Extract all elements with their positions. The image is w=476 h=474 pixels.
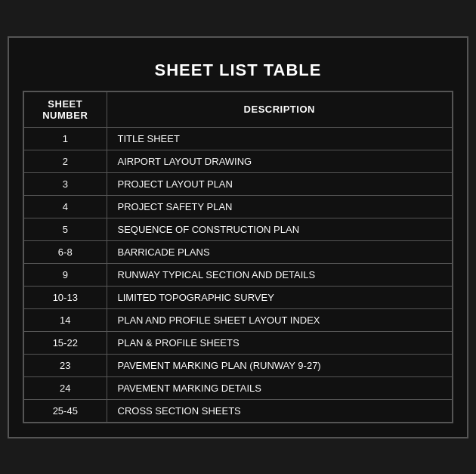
sheet-number-cell: 4 (23, 195, 107, 218)
description-cell: SEQUENCE OF CONSTRUCTION PLAN (107, 218, 453, 240)
table-row: 1TITLE SHEET (23, 127, 453, 150)
sheet-number-cell: 3 (23, 172, 107, 195)
table-row: 25-45CROSS SECTION SHEETS (23, 399, 453, 423)
sheet-number-cell: 14 (23, 308, 107, 331)
description-cell: PROJECT LAYOUT PLAN (107, 172, 453, 195)
description-cell: PLAN AND PROFILE SHEET LAYOUT INDEX (107, 308, 453, 331)
sheet-list-container: SHEET LIST TABLE SHEET NUMBER DESCRIPTIO… (8, 36, 468, 438)
col-header-sheet-number: SHEET NUMBER (23, 91, 107, 128)
description-cell: BARRICADE PLANS (107, 240, 453, 263)
sheet-number-cell: 10-13 (23, 286, 107, 308)
table-row: 3PROJECT LAYOUT PLAN (23, 172, 453, 195)
description-cell: PROJECT SAFETY PLAN (107, 195, 453, 218)
col-header-description: DESCRIPTION (107, 91, 453, 128)
description-cell: CROSS SECTION SHEETS (107, 399, 453, 423)
table-title: SHEET LIST TABLE (23, 51, 453, 91)
table-row: 24PAVEMENT MARKING DETAILS (23, 376, 453, 399)
description-cell: PLAN & PROFILE SHEETS (107, 331, 453, 354)
sheet-number-cell: 1 (23, 127, 107, 150)
table-row: 23PAVEMENT MARKING PLAN (RUNWAY 9-27) (23, 354, 453, 376)
sheet-number-cell: 25-45 (23, 399, 107, 423)
table-row: 6-8BARRICADE PLANS (23, 240, 453, 263)
sheet-number-cell: 9 (23, 263, 107, 286)
table-row: 4PROJECT SAFETY PLAN (23, 195, 453, 218)
table-row: 5SEQUENCE OF CONSTRUCTION PLAN (23, 218, 453, 240)
description-cell: LIMITED TOPOGRAPHIC SURVEY (107, 286, 453, 308)
sheet-number-cell: 23 (23, 354, 107, 376)
description-cell: PAVEMENT MARKING DETAILS (107, 376, 453, 399)
sheet-number-cell: 5 (23, 218, 107, 240)
description-cell: PAVEMENT MARKING PLAN (RUNWAY 9-27) (107, 354, 453, 376)
sheet-list-table: SHEET NUMBER DESCRIPTION 1TITLE SHEET2AI… (23, 91, 453, 423)
description-cell: TITLE SHEET (107, 127, 453, 150)
table-row: 10-13LIMITED TOPOGRAPHIC SURVEY (23, 286, 453, 308)
sheet-number-cell: 24 (23, 376, 107, 399)
table-row: 2AIRPORT LAYOUT DRAWING (23, 150, 453, 172)
table-row: 9RUNWAY TYPICAL SECTION AND DETAILS (23, 263, 453, 286)
table-row: 15-22PLAN & PROFILE SHEETS (23, 331, 453, 354)
sheet-number-cell: 2 (23, 150, 107, 172)
sheet-number-cell: 15-22 (23, 331, 107, 354)
sheet-number-cell: 6-8 (23, 240, 107, 263)
description-cell: AIRPORT LAYOUT DRAWING (107, 150, 453, 172)
description-cell: RUNWAY TYPICAL SECTION AND DETAILS (107, 263, 453, 286)
table-row: 14PLAN AND PROFILE SHEET LAYOUT INDEX (23, 308, 453, 331)
